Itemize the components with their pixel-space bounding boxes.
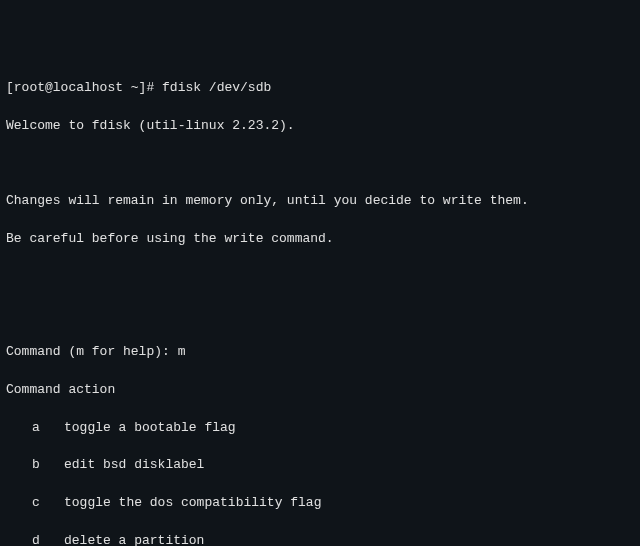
action-desc-a: toggle a bootable flag <box>64 420 236 435</box>
fdisk-input-m: m <box>178 344 186 359</box>
action-desc-c: toggle the dos compatibility flag <box>64 495 321 510</box>
warning-line-1: Changes will remain in memory only, unti… <box>6 192 634 211</box>
action-b: bedit bsd disklabel <box>6 456 634 475</box>
action-key-d: d <box>32 532 64 546</box>
warning-line-2: Be careful before using the write comman… <box>6 230 634 249</box>
welcome-line: Welcome to fdisk (util-linux 2.23.2). <box>6 117 634 136</box>
action-c: ctoggle the dos compatibility flag <box>6 494 634 513</box>
action-key-a: a <box>32 419 64 438</box>
command-action-header: Command action <box>6 381 634 400</box>
action-desc-b: edit bsd disklabel <box>64 457 204 472</box>
shell-prompt-line: [root@localhost ~]# fdisk /dev/sdb <box>6 79 634 98</box>
fdisk-prompt-label: Command (m for help): <box>6 344 178 359</box>
action-a: atoggle a bootable flag <box>6 419 634 438</box>
blank-line <box>6 306 634 325</box>
action-d: ddelete a partition <box>6 532 634 546</box>
shell-command: fdisk /dev/sdb <box>162 80 271 95</box>
blank-line <box>6 268 634 287</box>
blank-line <box>6 155 634 174</box>
fdisk-prompt-1[interactable]: Command (m for help): m <box>6 343 634 362</box>
action-desc-d: delete a partition <box>64 533 204 546</box>
action-key-c: c <box>32 494 64 513</box>
shell-prompt: [root@localhost ~]# <box>6 80 154 95</box>
action-key-b: b <box>32 456 64 475</box>
